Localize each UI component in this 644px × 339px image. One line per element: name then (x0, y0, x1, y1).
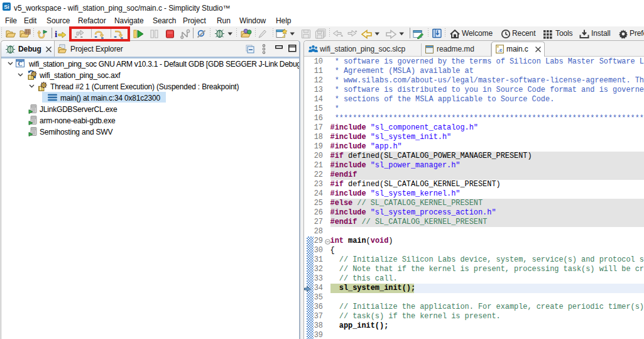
svg-text:C: C (18, 60, 22, 67)
svg-text:i: i (55, 29, 57, 39)
svg-text:.c: .c (498, 47, 503, 53)
svg-text:Si: Si (4, 4, 9, 10)
